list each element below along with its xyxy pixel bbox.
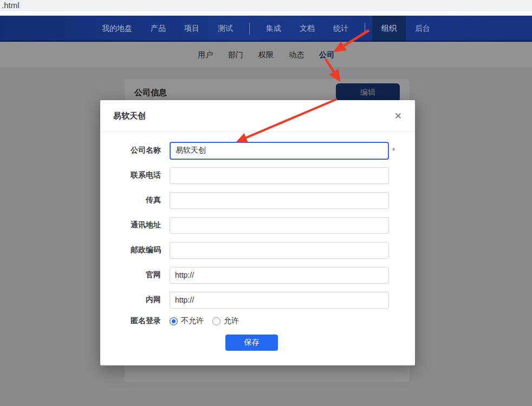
- radio-option-0[interactable]: 不允许: [170, 316, 204, 326]
- zip-code-label: 邮政编码: [100, 245, 161, 255]
- navbar-item-3[interactable]: 测试: [209, 16, 242, 41]
- anonymous-login-options: 不允许允许: [170, 316, 248, 326]
- form-row-contact-phone: 联系电话: [100, 167, 415, 184]
- radio-option-1[interactable]: 允许: [212, 316, 239, 326]
- modal-header: 易软天创 ✕: [100, 100, 415, 132]
- browser-chrome-gap: [0, 11, 532, 16]
- anonymous-login-row: 匿名登录不允许允许: [100, 316, 415, 326]
- form-row-company-name: 公司名称*: [100, 142, 415, 159]
- form-row-official-website: 官网: [100, 266, 415, 284]
- contact-phone-label: 联系电话: [100, 171, 161, 180]
- navbar-divider: [249, 23, 250, 35]
- contact-phone-input[interactable]: [170, 167, 389, 184]
- intranet-input[interactable]: [170, 292, 389, 309]
- form-row-address: 通讯地址: [100, 217, 415, 234]
- official-website-label: 官网: [100, 270, 161, 280]
- anonymous-login-label: 匿名登录: [100, 316, 161, 326]
- address-label: 通讯地址: [100, 220, 161, 230]
- navbar-item-9[interactable]: 组织: [372, 16, 406, 41]
- navbar-item-6[interactable]: 文档: [290, 16, 324, 41]
- form-row-fax: 传真: [100, 192, 415, 209]
- fax-input[interactable]: [170, 192, 389, 209]
- radio-selected-icon[interactable]: [170, 317, 178, 325]
- official-website-input[interactable]: [170, 267, 389, 284]
- modal-title: 易软天创: [113, 111, 146, 121]
- radio-option-label-1: 允许: [224, 316, 239, 326]
- address-input[interactable]: [170, 217, 389, 234]
- navbar-divider: [365, 23, 365, 35]
- fax-label: 传真: [100, 195, 161, 205]
- navbar-item-10[interactable]: 后台: [406, 16, 439, 41]
- main-navbar: 我的地盘产品项目测试集成文档统计组织后台: [0, 16, 532, 42]
- edit-company-modal: 易软天创 ✕ 公司名称*联系电话传真通讯地址邮政编码官网内网匿名登录不允许允许保…: [100, 100, 415, 365]
- navbar-item-1[interactable]: 产品: [141, 16, 175, 41]
- form-row-intranet: 内网: [100, 291, 415, 309]
- modal-body: 公司名称*联系电话传真通讯地址邮政编码官网内网匿名登录不允许允许保存: [100, 132, 415, 351]
- navbar-item-2[interactable]: 项目: [175, 16, 209, 41]
- navbar-item-0[interactable]: 我的地盘: [93, 16, 141, 41]
- close-icon[interactable]: ✕: [394, 112, 402, 121]
- radio-unselected-icon[interactable]: [212, 317, 220, 325]
- radio-option-label-0: 不允许: [181, 316, 204, 326]
- company-name-label: 公司名称: [100, 146, 161, 155]
- zip-code-input[interactable]: [170, 242, 389, 259]
- browser-tab-title: .html: [0, 0, 532, 11]
- required-asterisk: *: [392, 146, 395, 155]
- intranet-label: 内网: [100, 295, 161, 305]
- navbar-item-5[interactable]: 集成: [257, 16, 290, 41]
- form-row-zip-code: 邮政编码: [100, 241, 415, 259]
- save-button[interactable]: 保存: [225, 335, 278, 351]
- navbar-item-7[interactable]: 统计: [324, 16, 358, 41]
- company-name-input[interactable]: [170, 142, 389, 160]
